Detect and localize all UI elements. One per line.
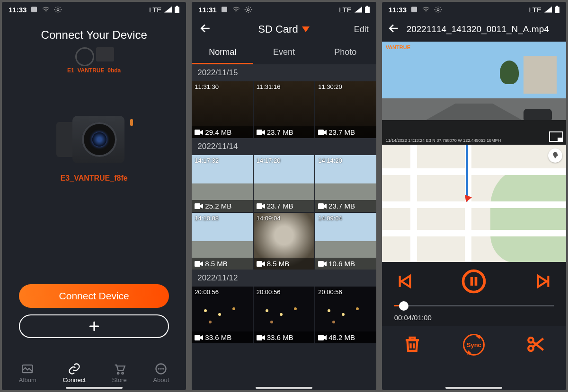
battery-icon bbox=[555, 6, 559, 13]
video-icon bbox=[257, 334, 265, 341]
arrow-left-icon bbox=[199, 22, 212, 35]
seek-bar[interactable] bbox=[394, 301, 554, 311]
tab-about[interactable]: About bbox=[153, 362, 169, 383]
thumb-size: 23.7 MB bbox=[254, 200, 314, 212]
video-thumbnail[interactable]: 20:00:5633.6 MB bbox=[254, 287, 314, 343]
thumb-timestamp: 14:10:08 bbox=[195, 215, 219, 222]
thumb-timestamp: 14:17:32 bbox=[195, 157, 219, 164]
svg-rect-24 bbox=[195, 335, 200, 340]
date-header: 2022/11/15 bbox=[192, 64, 376, 81]
svg-rect-3 bbox=[176, 6, 178, 7]
video-thumbnail[interactable]: 14:10:088.5 MB bbox=[192, 213, 252, 270]
thumb-size: 8.5 MB bbox=[254, 258, 314, 270]
svg-point-33 bbox=[528, 346, 533, 351]
tab-album-label: Album bbox=[19, 376, 36, 383]
svg-point-1 bbox=[57, 9, 59, 10]
video-thumbnail[interactable]: 14:09:048.5 MB bbox=[254, 213, 314, 270]
svg-rect-16 bbox=[257, 130, 262, 135]
link-icon bbox=[68, 362, 81, 375]
battery-icon bbox=[365, 6, 370, 13]
video-player[interactable]: VANTRUE 11/14/2022 14:13:24 E3 N 37.7680… bbox=[382, 42, 566, 145]
signal-icon bbox=[164, 6, 172, 13]
svg-point-28 bbox=[437, 9, 439, 10]
video-thumbnail[interactable]: 11:30:2023.7 MB bbox=[315, 81, 376, 138]
back-button[interactable] bbox=[388, 22, 402, 36]
video-icon bbox=[318, 334, 327, 341]
home-indicator[interactable] bbox=[66, 387, 123, 389]
svg-rect-17 bbox=[318, 130, 324, 135]
delete-button[interactable] bbox=[402, 334, 422, 356]
tab-normal[interactable]: Normal bbox=[192, 42, 253, 64]
gear-icon[interactable] bbox=[244, 6, 252, 14]
connect-device-button[interactable]: Connect Device bbox=[19, 284, 169, 308]
sync-button[interactable]: Sync bbox=[463, 334, 485, 356]
pip-toggle-icon[interactable] bbox=[549, 131, 563, 142]
skip-back-icon bbox=[394, 272, 413, 291]
svg-point-9 bbox=[161, 368, 161, 369]
gps-map[interactable] bbox=[382, 145, 566, 262]
back-button[interactable] bbox=[199, 22, 213, 36]
video-thumbnail[interactable]: 14:09:0410.6 MB bbox=[315, 213, 376, 270]
battery-icon bbox=[175, 6, 179, 13]
storage-selector[interactable]: SD Card bbox=[218, 23, 349, 35]
video-thumbnail[interactable]: 20:00:5633.6 MB bbox=[192, 287, 252, 343]
device-thumbnail-large[interactable] bbox=[56, 113, 132, 166]
home-indicator[interactable] bbox=[445, 387, 502, 389]
add-device-button[interactable] bbox=[19, 314, 169, 338]
thumb-size: 48.2 MB bbox=[315, 331, 376, 343]
cart-icon bbox=[113, 362, 126, 375]
status-bar: 11:33 LTE bbox=[382, 2, 566, 17]
chat-icon bbox=[154, 362, 168, 375]
video-list[interactable]: 2022/11/1511:31:3029.4 MB11:31:1623.7 MB… bbox=[192, 64, 376, 386]
sync-label: Sync bbox=[467, 341, 481, 348]
svg-rect-27 bbox=[411, 7, 417, 12]
device-large-label: E3_VANTRUE_f8fe bbox=[2, 174, 186, 183]
tab-about-label: About bbox=[153, 376, 169, 383]
svg-rect-21 bbox=[195, 261, 200, 267]
scissors-icon bbox=[526, 334, 546, 354]
svg-rect-19 bbox=[257, 203, 262, 209]
tab-event[interactable]: Event bbox=[253, 42, 315, 64]
video-icon bbox=[257, 203, 265, 209]
tab-album[interactable]: Album bbox=[19, 362, 36, 383]
svg-rect-30 bbox=[556, 6, 558, 7]
thumb-timestamp: 11:31:30 bbox=[195, 83, 219, 90]
network-label: LTE bbox=[339, 6, 351, 14]
gear-icon[interactable] bbox=[434, 6, 442, 14]
tab-connect[interactable]: Connect bbox=[62, 362, 85, 383]
svg-rect-20 bbox=[318, 203, 324, 209]
pause-button[interactable] bbox=[461, 269, 487, 296]
thumb-size: 8.5 MB bbox=[192, 258, 252, 270]
thumb-size: 10.6 MB bbox=[315, 258, 376, 270]
plus-icon bbox=[88, 320, 100, 332]
date-header: 2022/11/12 bbox=[192, 270, 376, 287]
video-icon bbox=[257, 261, 265, 267]
video-thumbnail[interactable]: 11:31:1623.7 MB bbox=[254, 81, 314, 138]
prev-button[interactable] bbox=[394, 272, 413, 292]
thumb-size: 23.7 MB bbox=[315, 200, 376, 212]
map-layers-button[interactable] bbox=[548, 148, 562, 163]
video-thumbnail[interactable]: 14:14:2023.7 MB bbox=[315, 155, 376, 212]
edit-button[interactable]: Edit bbox=[354, 25, 369, 35]
filename-label: 20221114_141320_0011_N_A.mp4 bbox=[407, 24, 560, 35]
video-thumbnail[interactable]: 20:00:5648.2 MB bbox=[315, 287, 376, 343]
tab-store[interactable]: Store bbox=[112, 362, 127, 383]
trim-button[interactable] bbox=[526, 334, 546, 356]
svg-point-31 bbox=[463, 271, 485, 292]
home-indicator[interactable] bbox=[256, 387, 312, 389]
next-button[interactable] bbox=[535, 272, 554, 292]
video-thumbnail[interactable]: 14:17:3225.2 MB bbox=[192, 155, 252, 212]
thumb-size: 29.4 MB bbox=[192, 126, 252, 138]
video-thumbnail[interactable]: 11:31:3029.4 MB bbox=[192, 81, 252, 138]
thumb-timestamp: 20:00:56 bbox=[318, 288, 342, 296]
thumb-timestamp: 20:00:56 bbox=[257, 288, 281, 296]
network-label: LTE bbox=[149, 6, 161, 14]
thumb-timestamp: 14:17:20 bbox=[257, 157, 281, 164]
device-thumbnail-small[interactable] bbox=[66, 45, 123, 64]
tab-photo[interactable]: Photo bbox=[315, 42, 376, 64]
video-thumbnail[interactable]: 14:17:2023.7 MB bbox=[254, 155, 314, 212]
pin-icon bbox=[551, 151, 559, 160]
gear-icon[interactable] bbox=[54, 6, 62, 14]
thumb-size: 23.7 MB bbox=[315, 126, 376, 138]
seek-thumb[interactable] bbox=[399, 301, 408, 311]
